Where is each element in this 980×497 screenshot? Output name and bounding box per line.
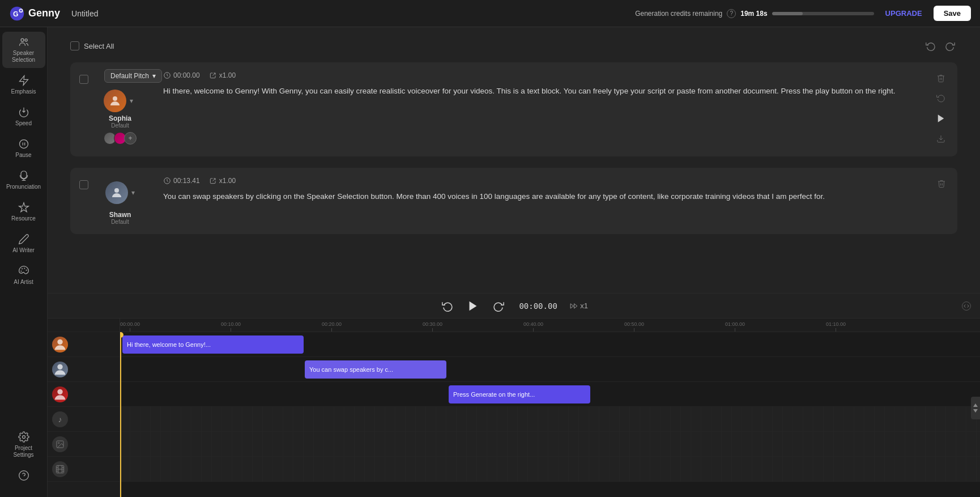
track-label-film (48, 457, 120, 482)
save-button[interactable]: Save (934, 6, 971, 21)
track-row-shawn: You can swap speakers by c... (120, 357, 980, 382)
svg-marker-26 (574, 303, 577, 308)
block1-speaker-col: Default Pitch ▾ ▾ (97, 71, 143, 145)
track-clip-red-1[interactable]: Press Generate on the right... (449, 385, 590, 403)
sidebar-item-project-settings[interactable]: ProjectSettings (2, 427, 45, 463)
ruler-spacer (48, 318, 120, 332)
track-row-red: Press Generate on the right... (120, 382, 980, 407)
ruler-mark-4: 00:40.00 (523, 321, 543, 332)
block2-content: 00:13.41 x1.00 You can swap speakers by … (163, 177, 926, 203)
svg-point-23 (114, 188, 119, 193)
rewind-button[interactable] (440, 298, 455, 314)
sidebar-item-speed[interactable]: Speed (2, 102, 45, 131)
sidebar-item-label-project-settings: ProjectSettings (13, 445, 33, 458)
block1-meta-row: 00:00.00 x1.00 (163, 71, 924, 79)
upgrade-button[interactable]: UPGRADE (881, 7, 927, 20)
sidebar-item-ai-writer[interactable]: AI Writer (2, 229, 45, 258)
svg-point-13 (26, 270, 27, 270)
block1-speaker-sub: Default (104, 122, 137, 129)
select-all-checkbox[interactable] (70, 41, 79, 50)
timeline-ruler: 00:00.00 00:10.00 00:20.00 00:30.00 (120, 318, 980, 332)
block2-time: 00:13.41 (163, 177, 200, 185)
block1-checkbox[interactable] (79, 75, 88, 84)
block1-timestamp: 00:00.00 (173, 71, 200, 79)
undo-button[interactable] (923, 39, 938, 53)
block1-speed-val: x1.00 (219, 71, 236, 79)
block1-speed: x1.00 (209, 71, 236, 79)
ruler-tick-1 (231, 328, 231, 332)
timeline-tracks: Hi there, welcome to Genny!... You can s… (120, 332, 980, 497)
track-label-music: ♪ (48, 407, 120, 432)
block2-delete-button[interactable] (935, 177, 948, 192)
block1-add-avatar[interactable]: + (124, 132, 137, 145)
block1-delete-button[interactable] (934, 71, 948, 87)
block1-pitch-dropdown[interactable]: Default Pitch ▾ (104, 69, 162, 83)
block2-checkbox-wrapper (79, 180, 88, 189)
svg-point-15 (21, 271, 22, 271)
redo-button[interactable] (943, 39, 957, 53)
svg-point-5 (25, 39, 27, 41)
track-avatar-music: ♪ (52, 411, 68, 427)
track-clip-sophia-1[interactable]: Hi there, welcome to Genny!... (122, 335, 304, 354)
app-logo[interactable]: G Genny (9, 6, 60, 22)
block2-checkbox[interactable] (79, 180, 88, 189)
svg-point-29 (57, 364, 62, 369)
select-all-label[interactable]: Select All (70, 41, 114, 50)
block1-download-button[interactable] (934, 132, 948, 147)
track-row-image (120, 432, 980, 457)
ruler-mark-1: 00:10.00 (221, 321, 241, 332)
toolbar-row: Select All (70, 39, 957, 53)
block2-speaker-chevron[interactable]: ▾ (131, 189, 135, 197)
ruler-mark-7: 01:10.00 (826, 321, 846, 332)
track-label-red (48, 382, 120, 407)
block1-speaker-row: ▾ (104, 90, 137, 112)
sidebar-item-label-emphasis: Emphasis (11, 88, 36, 95)
scroll-indicator[interactable] (971, 397, 980, 419)
svg-point-19 (113, 96, 117, 101)
timeline-playhead[interactable] (120, 332, 121, 497)
block2-speed-val: x1.00 (219, 177, 236, 185)
play-button[interactable] (465, 298, 482, 315)
ruler-label-1: 00:10.00 (221, 321, 241, 327)
block1-refresh-button[interactable] (934, 91, 948, 107)
sidebar-item-ai-artist[interactable]: AI Artist (2, 261, 45, 290)
block2-text[interactable]: You can swap speakers by clicking on the… (163, 190, 926, 203)
block-card-2: ▾ Shawn Default 00:13.4 (70, 168, 957, 234)
block2-speaker-sub: Default (109, 219, 131, 225)
block2-speaker-row: ▾ (105, 181, 135, 204)
block1-speaker-chevron[interactable]: ▾ (130, 97, 133, 105)
timeline-track-labels: ♪ (48, 318, 120, 497)
ruler-tick-0 (130, 328, 130, 332)
sidebar-item-resource[interactable]: Resource (2, 197, 45, 227)
ruler-tick-5 (634, 328, 634, 332)
svg-point-30 (57, 389, 62, 394)
ruler-label-0: 00:00.00 (120, 321, 140, 327)
svg-point-16 (22, 436, 25, 439)
forward-button[interactable] (491, 298, 506, 314)
block1-text[interactable]: Hi there, welcome to Genny! With Genny, … (163, 85, 924, 98)
svg-point-12 (24, 268, 24, 269)
block1-play-button[interactable] (934, 111, 948, 128)
ruler-label-2: 00:20.00 (322, 321, 342, 327)
ruler-tick-4 (533, 328, 534, 332)
sidebar-item-help[interactable] (2, 465, 45, 488)
sidebar-item-label-speaker: SpeakerSelection (12, 50, 35, 63)
project-title[interactable]: Untitled (71, 9, 98, 18)
track-label-shawn (48, 357, 120, 382)
block1-actions (934, 71, 948, 147)
sidebar-item-pause[interactable]: Pause (2, 134, 45, 163)
ruler-mark-2: 00:20.00 (322, 321, 342, 332)
sidebar-item-pronunciation[interactable]: Pronunciation (2, 165, 45, 195)
block1-content: 00:00.00 x1.00 Hi there, welcome to Genn… (163, 71, 924, 98)
svg-point-7 (19, 140, 28, 148)
credits-help-icon[interactable]: ? (727, 9, 736, 18)
transport-settings-icon[interactable] (962, 301, 971, 311)
track-avatar-image (52, 436, 68, 452)
sidebar-item-speaker-selection[interactable]: SpeakerSelection (2, 32, 45, 68)
track-clip-shawn-1[interactable]: You can swap speakers by c... (305, 360, 446, 379)
block2-timestamp: 00:13.41 (173, 177, 200, 185)
block1-speaker-name: Sophia (104, 114, 137, 122)
ruler-mark-5: 00:50.00 (624, 321, 644, 332)
sidebar-item-emphasis[interactable]: Emphasis (2, 70, 45, 100)
track-avatar-red (52, 386, 68, 402)
